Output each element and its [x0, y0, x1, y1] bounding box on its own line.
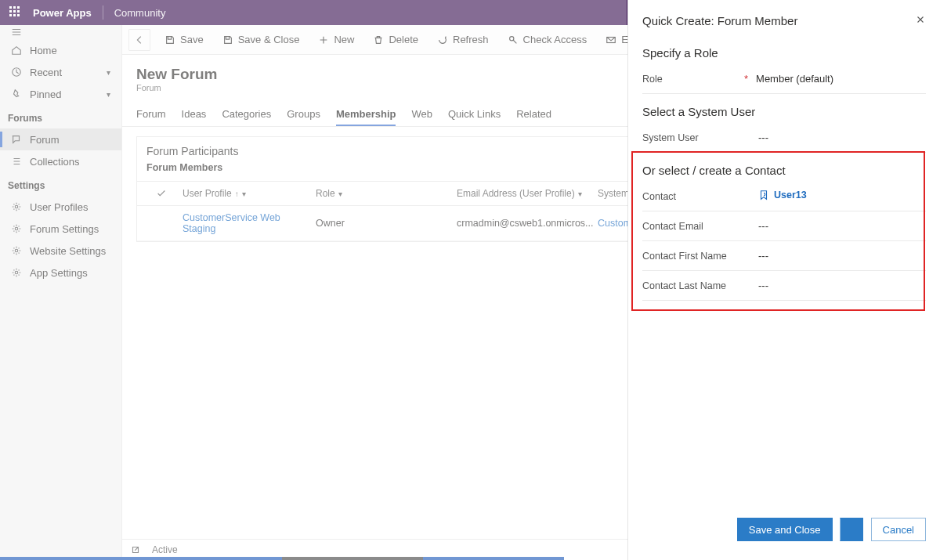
save-and-close-button[interactable]: Save and Close [737, 518, 833, 541]
section-specify-role: Specify a Role [642, 35, 926, 64]
panel-title: Quick Create: Forum Member [642, 14, 797, 27]
save-and-close-split[interactable] [840, 518, 863, 541]
field-contact-last[interactable]: Contact Last Name --- [642, 271, 926, 301]
field-contact-label: Contact [642, 191, 758, 202]
field-contact-first[interactable]: Contact First Name --- [642, 241, 926, 271]
contact-lookup-value[interactable]: User13 [758, 190, 807, 201]
field-role[interactable]: Role * Member (default) [642, 64, 926, 94]
panel-close[interactable] [915, 14, 926, 27]
field-contact-email-label: Contact Email [642, 221, 758, 232]
cancel-button[interactable]: Cancel [871, 518, 926, 541]
field-role-label: Role [642, 74, 744, 85]
field-system-user-label: System User [642, 132, 758, 143]
field-system-user-value: --- [758, 132, 926, 143]
contact-name: User13 [774, 190, 807, 201]
close-icon [915, 14, 926, 25]
panel-footer: Save and Close Cancel [628, 508, 940, 560]
field-role-value: Member (default) [756, 73, 926, 85]
modal-dim [0, 0, 627, 560]
section-system-user: Select a System User [642, 94, 926, 123]
field-contact[interactable]: Contact User13 [642, 182, 926, 211]
field-contact-email[interactable]: Contact Email --- [642, 211, 926, 241]
bookmark-person-icon [758, 190, 769, 201]
field-contact-last-value: --- [758, 280, 926, 291]
field-contact-first-value: --- [758, 250, 926, 262]
field-contact-last-label: Contact Last Name [642, 280, 758, 291]
field-contact-first-label: Contact First Name [642, 251, 758, 262]
section-contact: Or select / create a Contact [642, 153, 926, 182]
field-system-user[interactable]: System User --- [642, 123, 926, 153]
required-marker: * [744, 73, 756, 85]
quick-create-panel: Quick Create: Forum Member Specify a Rol… [627, 0, 940, 560]
field-contact-email-value: --- [758, 220, 926, 232]
